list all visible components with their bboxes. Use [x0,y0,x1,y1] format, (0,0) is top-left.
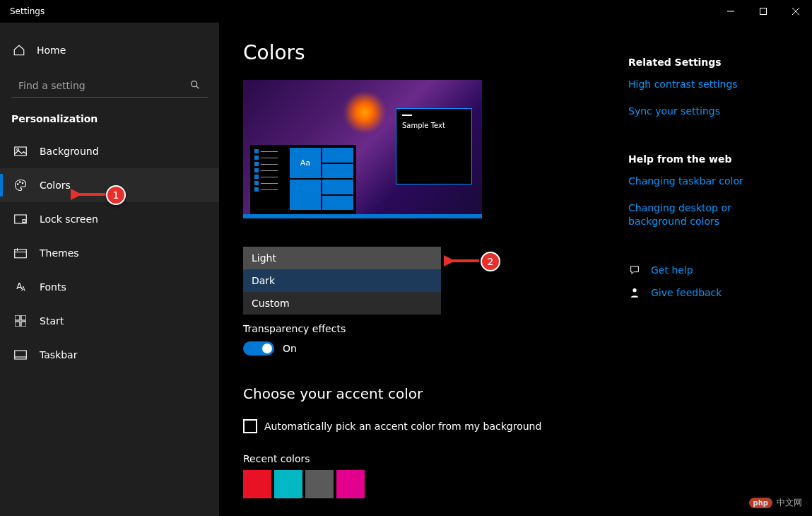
palette-icon [14,179,27,192]
get-help-link[interactable]: Get help [628,264,784,276]
svg-rect-17 [21,322,26,327]
picture-icon [14,146,27,156]
sidebar-item-label: Colors [40,180,71,191]
home-icon [13,44,25,57]
start-icon [14,315,27,327]
preview-tile-aa: Aa [290,148,321,178]
auto-accent-checkbox[interactable] [243,419,257,433]
sidebar-item-label: Background [40,146,99,157]
search-input[interactable] [11,74,208,98]
accent-heading: Choose your accent color [243,385,812,402]
color-swatch[interactable] [305,470,334,498]
sidebar-item-lock-screen[interactable]: Lock screen [0,202,219,236]
minimize-button[interactable] [714,0,747,23]
annotation-arrow-1 [71,188,110,201]
annotation-callout-2: 2 [481,252,500,271]
recent-colors [243,470,812,498]
auto-accent-label: Automatically pick an accent color from … [264,421,541,432]
sidebar-item-start[interactable]: Start [0,304,219,338]
svg-rect-14 [15,315,20,320]
close-button[interactable] [779,0,812,23]
svg-rect-15 [21,315,26,320]
preview-start-menu: Aa [250,145,356,214]
window-title: Settings [10,6,45,16]
svg-point-20 [632,288,636,292]
taskbar-icon [14,350,27,360]
annotation-callout-1: 1 [106,185,126,205]
transparency-toggle[interactable] [243,341,274,356]
dropdown-option-dark[interactable]: Dark [243,269,441,292]
sidebar-item-label: Lock screen [40,213,98,225]
color-swatch[interactable] [336,470,365,498]
feedback-icon [628,287,641,298]
annotation-arrow-2 [444,254,483,267]
title-bar: Settings [0,0,812,23]
dropdown-option-light[interactable]: Light [243,247,441,269]
sidebar-item-themes[interactable]: Themes [0,236,219,270]
chat-icon [628,264,641,276]
watermark-text: 中文网 [777,497,802,509]
svg-rect-6 [15,147,27,156]
svg-point-4 [192,81,197,87]
lock-screen-icon [14,214,27,224]
search-icon [189,79,201,93]
fonts-icon: AA [14,281,27,293]
sync-settings-link[interactable]: Sync your settings [628,105,784,119]
svg-point-8 [18,184,19,185]
svg-rect-18 [15,351,27,359]
watermark-logo: php [749,498,772,508]
window-controls [714,0,812,23]
sidebar-item-label: Fonts [40,281,66,293]
svg-rect-1 [760,8,767,15]
changing-taskbar-link[interactable]: Changing taskbar color [628,175,784,189]
transparency-state: On [283,343,297,354]
home-label: Home [37,45,66,56]
sample-text: Sample Text [402,122,466,129]
svg-line-5 [196,86,199,89]
sidebar-item-taskbar[interactable]: Taskbar [0,338,219,372]
changing-desktop-link[interactable]: Changing desktop or background colors [628,201,784,229]
related-settings-heading: Related Settings [628,57,784,68]
sidebar-item-background[interactable]: Background [0,134,219,168]
home-link[interactable]: Home [0,37,219,64]
svg-rect-12 [23,220,25,223]
svg-rect-13 [15,250,27,258]
transparency-label: Transparency effects [243,323,812,334]
give-feedback-link[interactable]: Give feedback [628,287,784,298]
right-column: Related Settings High contrast settings … [628,57,784,310]
preview-sample-window: Sample Text [396,108,472,184]
sidebar-item-label: Themes [40,247,79,259]
sidebar-item-label: Start [40,315,64,327]
sidebar-item-fonts[interactable]: AA Fonts [0,270,219,304]
watermark: php 中文网 [749,497,802,509]
svg-point-10 [22,182,23,184]
color-swatch[interactable] [274,470,302,498]
help-web-heading: Help from the web [628,153,784,165]
search-container [11,74,208,98]
dropdown-option-custom[interactable]: Custom [243,292,441,315]
sidebar: Home Personalization Background Colors L… [0,23,219,516]
svg-rect-16 [15,322,20,327]
sidebar-item-label: Taskbar [40,349,77,360]
svg-point-9 [20,182,21,183]
high-contrast-link[interactable]: High contrast settings [628,78,784,92]
section-label: Personalization [0,109,219,134]
color-mode-dropdown[interactable]: Light Dark Custom [243,247,441,315]
maximize-button[interactable] [747,0,779,23]
color-swatch[interactable] [243,470,271,498]
themes-icon [14,247,27,259]
recent-colors-label: Recent colors [243,453,812,464]
color-preview: Aa Sample Text [243,80,482,218]
